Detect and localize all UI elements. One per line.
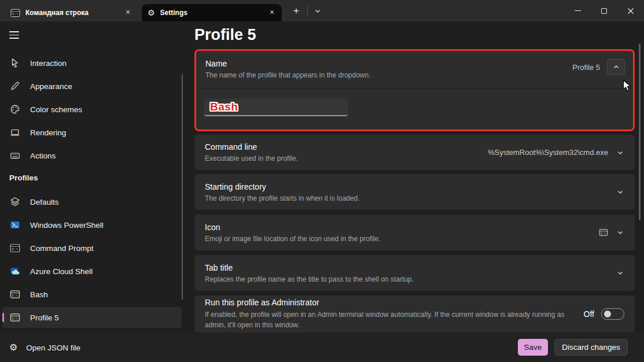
main-scrollbar[interactable] [639,43,641,220]
close-tab-icon[interactable]: × [123,8,133,18]
card-icon[interactable]: Icon Emoji or image file location of the… [194,215,635,250]
card-description: If enabled, the profile will open in an … [205,310,571,330]
card-starting-directory[interactable]: Starting directory The directory the pro… [194,174,635,210]
chevron-down-icon [617,189,624,195]
sidebar-item-defaults[interactable]: Defaults [2,191,182,212]
sidebar-item-label: Appearance [30,82,72,91]
name-current-value: Profile 5 [572,63,600,72]
card-description: Emoji or image file location of the icon… [205,235,381,243]
sidebar-item-label: Windows PowerShell [30,221,104,230]
page-title: Profile 5 [194,26,256,44]
card-divider [196,88,633,88]
sidebar-item-label: Interaction [30,59,67,68]
monitor-icon [10,127,20,138]
sidebar-item-command-prompt[interactable]: C:\ Command Prompt [2,238,182,258]
card-title: Tab title [205,263,414,272]
cmd-icon: C:\ [10,8,20,18]
sidebar-item-label: Defaults [30,198,59,206]
svg-text:C:\: C:\ [12,317,19,321]
cursor-icon [10,58,20,68]
maximize-icon [601,8,607,14]
expand-button[interactable] [616,149,624,157]
expand-button[interactable] [616,269,624,277]
command-line-value: %SystemRoot%\System32\cmd.exe [488,148,608,157]
mouse-cursor [623,80,634,93]
tab-settings[interactable]: ⚙ Settings × [142,4,282,21]
close-icon [627,8,634,14]
chevron-down-icon [617,149,624,156]
sidebar-item-appearance[interactable]: Appearance [2,76,182,97]
card-run-as-administrator[interactable]: Run this profile as Administrator If ena… [194,295,635,333]
toggle-knob [604,311,611,317]
card-name-header[interactable]: Name The name of the profile that appear… [196,51,633,86]
expand-button[interactable] [616,228,624,237]
titlebar[interactable]: C:\ Командная строка × ⚙ Settings × + [0,0,644,21]
sidebar-scrollbar[interactable] [182,74,183,300]
profiles-section-header: Profiles [9,173,38,182]
sidebar-item-profile-5[interactable]: C:\ Profile 5 [2,307,182,328]
card-title: Run this profile as Administrator [205,298,571,307]
card-name[interactable]: Name The name of the profile that appear… [194,49,635,131]
gear-icon: ⚙ [148,9,155,17]
hamburger-menu-button[interactable] [9,31,19,39]
new-tab-button[interactable]: + [288,3,304,19]
sidebar-item-windows-powershell[interactable]: Windows PowerShell [2,215,182,235]
sidebar-item-label: Profile 5 [30,313,59,322]
sidebar-item-rendering[interactable]: Rendering [2,122,182,143]
maximize-button[interactable] [591,0,617,21]
admin-toggle-switch[interactable] [601,308,624,320]
sidebar-item-color-schemes[interactable]: Color schemes [2,99,182,120]
sidebar-item-azure-cloud-shell[interactable]: Azure Cloud Shell [2,261,182,282]
tab-label: Командная строка [25,9,89,17]
card-title: Name [205,59,625,68]
tab-dropdown-button[interactable] [311,3,325,19]
sidebar-item-label: Color schemes [30,105,82,114]
card-title: Starting directory [205,182,359,191]
sidebar-item-label: Bash [30,290,48,299]
sidebar-item-actions[interactable]: Actions [2,145,182,166]
windows-terminal-window: C:\ Командная строка × ⚙ Settings × + [0,0,644,362]
terminal-icon: C:\ [10,312,20,323]
settings-sidebar: Interaction Appearance Color schemes Ren… [0,21,189,333]
close-tab-icon[interactable]: × [267,8,277,18]
save-button[interactable]: Save [518,339,548,356]
card-tab-title[interactable]: Tab title Replaces the profile name as t… [194,255,635,291]
open-json-label: Open JSON file [26,343,80,352]
collapse-expander-button[interactable] [607,59,625,75]
palette-icon [10,104,20,114]
toggle-state-label: Off [584,309,594,319]
card-description: The directory the profile starts in when… [205,194,359,202]
powershell-icon [10,220,20,230]
close-window-button[interactable] [617,0,644,21]
expand-button[interactable] [616,188,624,196]
selection-accent-pill [2,313,4,322]
card-command-line[interactable]: Command line Executable used in the prof… [194,135,635,170]
chevron-up-icon [613,64,620,71]
card-description: The name of the profile that appears in … [205,71,625,79]
minimize-button[interactable] [564,0,591,21]
keyboard-icon [10,150,20,161]
svg-text:C:\: C:\ [12,248,18,252]
terminal-icon: C:\ [599,228,608,237]
tabbar-divider [307,6,308,15]
chevron-down-icon [617,229,624,236]
pen-icon [10,81,20,91]
sidebar-item-bash[interactable]: C:\ Bash [2,284,182,305]
tab-command-prompt[interactable]: C:\ Командная строка × [5,4,138,21]
sidebar-item-label: Actions [30,152,56,160]
layers-icon [10,197,20,207]
gear-icon: ⚙ [9,343,17,352]
card-title: Icon [205,223,381,232]
svg-text:C:\: C:\ [12,12,19,16]
card-title: Command line [205,142,298,152]
name-input[interactable]: Bash [204,98,348,116]
card-description: Replaces the profile name as the title t… [205,275,414,283]
sidebar-item-interaction[interactable]: Interaction [2,53,182,73]
terminal-icon: C:\ [10,289,20,300]
azure-cloud-icon [10,266,20,276]
open-json-file-button[interactable]: ⚙ Open JSON file [9,333,80,362]
discard-changes-button[interactable]: Discard changes [554,339,628,356]
chevron-down-icon [314,8,321,14]
settings-main-panel: Profile 5 Name The name of the profile t… [189,21,644,333]
cmd-icon: C:\ [10,243,20,253]
